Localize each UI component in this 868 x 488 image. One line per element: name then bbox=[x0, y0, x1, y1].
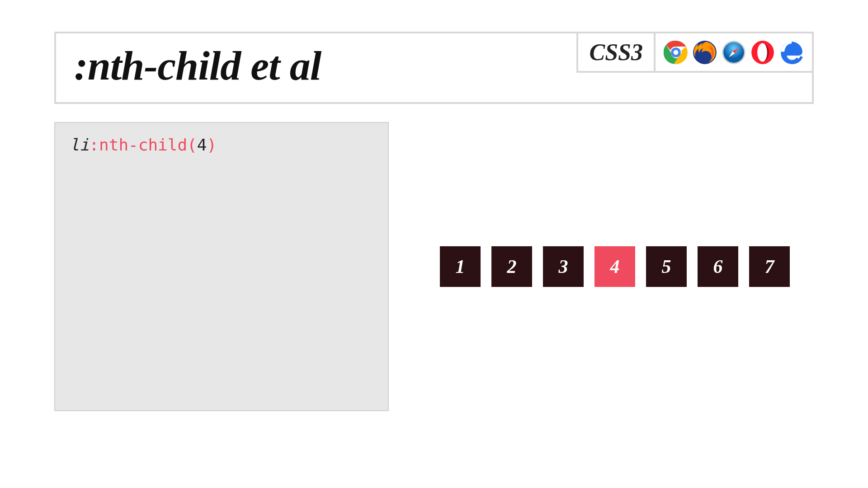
list-item: 1 bbox=[440, 246, 481, 287]
code-selector-open: :nth-child( bbox=[89, 136, 197, 154]
list-item: 4 bbox=[594, 246, 635, 287]
svg-point-2 bbox=[674, 50, 679, 55]
firefox-icon bbox=[693, 40, 717, 65]
list-item: 3 bbox=[543, 246, 584, 287]
code-selector-close: ) bbox=[207, 136, 217, 154]
opera-icon bbox=[750, 40, 775, 65]
browser-badges bbox=[656, 33, 812, 71]
code-arg: 4 bbox=[197, 136, 207, 154]
list-item: 6 bbox=[698, 246, 738, 287]
slide-title: :nth-child et al bbox=[56, 33, 576, 102]
edge-icon bbox=[779, 40, 804, 65]
demo-column: 1 2 3 4 5 6 7 bbox=[416, 122, 814, 411]
list-item: 7 bbox=[749, 246, 790, 287]
demo-list: 1 2 3 4 5 6 7 bbox=[440, 246, 790, 287]
safari-icon bbox=[722, 40, 746, 65]
header: :nth-child et al CSS3 bbox=[54, 32, 814, 104]
code-element-token: li bbox=[70, 136, 89, 154]
badges-row: CSS3 bbox=[576, 33, 812, 73]
slide: :nth-child et al CSS3 bbox=[0, 32, 868, 488]
spec-badge: CSS3 bbox=[578, 33, 656, 71]
list-item: 5 bbox=[646, 246, 687, 287]
chrome-icon bbox=[664, 40, 688, 65]
content: li:nth-child(4) 1 2 3 4 5 6 7 bbox=[54, 122, 814, 411]
list-item: 2 bbox=[491, 246, 532, 287]
code-panel: li:nth-child(4) bbox=[54, 122, 389, 411]
header-badges: CSS3 bbox=[576, 33, 812, 102]
